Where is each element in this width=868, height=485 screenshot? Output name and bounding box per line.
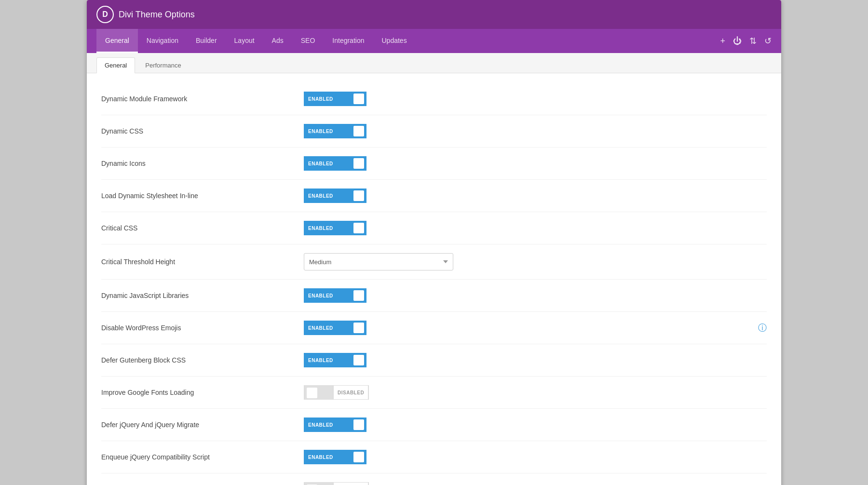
power-icon[interactable]: ⏻	[733, 36, 742, 46]
setting-label: Dynamic Module Framework	[101, 95, 304, 103]
toggle-disabled-label: DISABLED	[333, 385, 368, 400]
nav-item-integration[interactable]: Integration	[324, 29, 373, 53]
setting-row: Disable WordPress Emojis ENABLED ⓘ	[101, 312, 767, 344]
toggle-enabled-label: ENABLED	[304, 321, 337, 335]
setting-label: Improve Google Fonts Loading	[101, 389, 304, 396]
toggle-defer-third-party[interactable]: DISABLED	[304, 482, 369, 485]
setting-row: Load Dynamic Stylesheet In-line ENABLED	[101, 180, 767, 212]
toggle-enabled-label: ENABLED	[304, 418, 337, 432]
toggle-thumb	[304, 385, 333, 400]
setting-row: Dynamic CSS ENABLED	[101, 115, 767, 148]
toggle-thumb	[337, 92, 366, 106]
setting-row: Defer Gutenberg Block CSS ENABLED	[101, 344, 767, 377]
sort-icon[interactable]: ⇅	[749, 36, 757, 46]
critical-threshold-dropdown[interactable]: Low Medium High	[304, 253, 453, 270]
toggle-dynamic-css[interactable]: ENABLED	[304, 124, 366, 138]
toggle-load-dynamic-stylesheet[interactable]: ENABLED	[304, 189, 366, 203]
setting-label: Defer jQuery And jQuery Migrate	[101, 421, 304, 429]
nav-item-navigation[interactable]: Navigation	[138, 29, 187, 53]
toggle-thumb	[337, 288, 366, 303]
toggle-critical-css[interactable]: ENABLED	[304, 221, 366, 235]
setting-label: Critical CSS	[101, 224, 304, 232]
logo-icon: D	[96, 6, 114, 23]
tab-general[interactable]: General	[96, 57, 135, 73]
top-nav: General Navigation Builder Layout Ads SE…	[87, 29, 781, 53]
app-window: D Divi Theme Options General Navigation …	[87, 0, 781, 485]
setting-label: Dynamic JavaScript Libraries	[101, 292, 304, 299]
nav-item-updates[interactable]: Updates	[373, 29, 415, 53]
refresh-icon[interactable]: ↺	[764, 36, 772, 46]
setting-label: Dynamic Icons	[101, 160, 304, 167]
toggle-thumb	[337, 418, 366, 432]
toggle-thumb	[337, 124, 366, 138]
setting-row: Dynamic Module Framework ENABLED	[101, 83, 767, 115]
toggle-thumb	[337, 353, 366, 367]
sub-tabs: General Performance	[87, 53, 781, 73]
toggle-enabled-label: ENABLED	[304, 450, 337, 464]
toggle-disabled-label: DISABLED	[333, 482, 368, 485]
toggle-defer-gutenberg[interactable]: ENABLED	[304, 353, 366, 367]
toggle-thumb	[337, 450, 366, 464]
toggle-google-fonts[interactable]: DISABLED	[304, 385, 369, 400]
toggle-dynamic-module-framework[interactable]: ENABLED	[304, 92, 366, 106]
nav-item-seo[interactable]: SEO	[292, 29, 324, 53]
nav-item-ads[interactable]: Ads	[263, 29, 292, 53]
toggle-defer-jquery[interactable]: ENABLED	[304, 418, 366, 432]
setting-row: Dynamic Icons ENABLED	[101, 148, 767, 180]
toggle-enabled-label: ENABLED	[304, 288, 337, 303]
setting-row: Critical CSS ENABLED	[101, 212, 767, 244]
nav-item-layout[interactable]: Layout	[226, 29, 263, 53]
toggle-enabled-label: ENABLED	[304, 221, 337, 235]
setting-label: Defer Gutenberg Block CSS	[101, 356, 304, 364]
toggle-enqueue-jquery[interactable]: ENABLED	[304, 450, 366, 464]
content-area: Dynamic Module Framework ENABLED Dynamic…	[87, 73, 781, 485]
plus-icon[interactable]: +	[720, 36, 725, 46]
setting-label: Critical Threshold Height	[101, 258, 304, 266]
setting-row: Defer jQuery And jQuery Migrate ENABLED	[101, 409, 767, 441]
toggle-dynamic-js[interactable]: ENABLED	[304, 288, 366, 303]
setting-row: Improve Google Fonts Loading DISABLED	[101, 377, 767, 409]
toggle-thumb	[304, 482, 333, 485]
setting-label: Dynamic CSS	[101, 127, 304, 135]
setting-label: Load Dynamic Stylesheet In-line	[101, 192, 304, 200]
nav-item-general[interactable]: General	[96, 29, 138, 53]
toggle-thumb	[337, 321, 366, 335]
toggle-enabled-label: ENABLED	[304, 124, 337, 138]
toggle-enabled-label: ENABLED	[304, 92, 337, 106]
toggle-thumb	[337, 221, 366, 235]
nav-item-builder[interactable]: Builder	[187, 29, 226, 53]
setting-label: Disable WordPress Emojis	[101, 324, 304, 332]
app-title: Divi Theme Options	[119, 10, 195, 20]
toggle-enabled-label: ENABLED	[304, 156, 337, 171]
help-icon[interactable]: ⓘ	[758, 322, 767, 334]
toggle-dynamic-icons[interactable]: ENABLED	[304, 156, 366, 171]
setting-row: Enqueue jQuery Compatibility Script ENAB…	[101, 441, 767, 473]
toggle-enabled-label: ENABLED	[304, 189, 337, 203]
toggle-disable-emojis[interactable]: ENABLED	[304, 321, 366, 335]
toggle-thumb	[337, 189, 366, 203]
header: D Divi Theme Options	[87, 0, 781, 29]
setting-row: Defer Additional Third Party Scripts DIS…	[101, 473, 767, 485]
toggle-enabled-label: ENABLED	[304, 353, 337, 367]
setting-row: Critical Threshold Height Low Medium Hig…	[101, 244, 767, 280]
nav-icons: + ⏻ ⇅ ↺	[720, 29, 772, 53]
setting-label: Enqueue jQuery Compatibility Script	[101, 453, 304, 461]
tab-performance[interactable]: Performance	[137, 57, 189, 73]
setting-row: Dynamic JavaScript Libraries ENABLED	[101, 280, 767, 312]
logo-area: D Divi Theme Options	[96, 6, 195, 23]
toggle-thumb	[337, 156, 366, 171]
